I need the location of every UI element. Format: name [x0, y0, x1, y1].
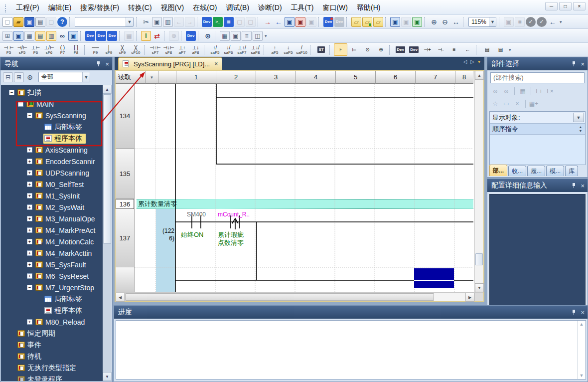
sidebar-item-事件[interactable]: 事件 [1, 339, 112, 351]
menu-item-10[interactable]: 窗口(W) [318, 2, 352, 14]
ladder-tool-x36-icon[interactable]: ⊣- [434, 43, 447, 56]
device-monitor-icon[interactable]: Dev [323, 17, 333, 27]
parameter-write-icon[interactable]: ▱ [351, 17, 361, 27]
menu-item-2[interactable]: 编辑(E) [44, 2, 76, 14]
ladder-tool-x38-icon[interactable]: ← [461, 43, 474, 56]
ladder-tool-x40-icon[interactable]: ▤ [480, 43, 494, 56]
menu-item-4[interactable]: 转换(C) [124, 2, 156, 14]
sidebar-item-程序本体[interactable]: 程序本体 [1, 133, 112, 144]
progress-scrollbar[interactable]: ▲ ▼ [577, 321, 586, 379]
sidebar-item-M80_Reload[interactable]: +M80_Reload [1, 316, 112, 328]
device-monitor-off-icon[interactable]: Dev [334, 17, 344, 27]
menu-gripper[interactable] [5, 4, 7, 12]
monitor-write-icon[interactable]: ▣ [412, 17, 422, 27]
parts-tab-1[interactable]: 部... [489, 165, 507, 176]
menu-item-5[interactable]: 视图(V) [156, 2, 189, 14]
ladder-tool-x41-icon[interactable]: ▤ [494, 43, 507, 56]
sidebar-item-AxisScanning[interactable]: +AxisScanning [1, 144, 112, 156]
ladder-tool-x31-icon[interactable]: ⊕ [374, 43, 388, 56]
copy-icon[interactable]: ▣ [152, 17, 162, 27]
display-profile-icon[interactable]: ◫ [253, 31, 263, 41]
scroll-right-icon[interactable]: ▶ [465, 293, 474, 302]
expand-icon[interactable]: + [27, 319, 32, 325]
unit-config-icon[interactable]: ▦ [24, 31, 34, 41]
instruction-type-row[interactable]: 顺序指令 ▲▼ [490, 124, 585, 135]
sidebar-item-M5_SysFault[interactable]: +M5_SysFault [1, 259, 112, 270]
editor-vertical-scrollbar[interactable]: ▲ ▼ [474, 71, 483, 292]
edit-cursor-cell[interactable] [414, 268, 454, 288]
collapse-icon[interactable]: − [18, 101, 23, 107]
ladder-tool-sF7-icon[interactable]: ⊣↑⊢sF7 [148, 43, 162, 56]
sidebar-item-无执行类型指定[interactable]: 无执行类型指定 [1, 362, 112, 374]
ladder-tool-F6-icon[interactable]: ⊥⊢F6 [29, 43, 42, 56]
sidebar-item-M0_SelfTest[interactable]: +M0_SelfTest [1, 179, 112, 190]
tree-expand-all-icon[interactable]: ⊟ [3, 72, 13, 82]
editor-horizontal-scrollbar[interactable]: ◀ ▶ [116, 292, 474, 301]
open-project-icon[interactable]: ▰ [13, 17, 23, 27]
project-data-combo[interactable]: ▼ [75, 17, 134, 27]
tab-sysscanning[interactable]: SysScanning [PRG] [LD]... × [118, 57, 222, 70]
display-window-icon[interactable]: ▣ [231, 31, 241, 41]
chevron-down-icon[interactable]: ▼ [82, 72, 90, 82]
ladder-tool-x33-icon[interactable]: Dev [394, 43, 407, 56]
module-config-icon[interactable]: ▦ [224, 17, 234, 27]
display-list-icon[interactable]: ≡ [242, 31, 252, 41]
toolbar-overflow-icon[interactable]: ▾ [265, 33, 267, 38]
device-list-icon[interactable]: Dev [96, 31, 106, 41]
sidebar-item-M4_MotionCalc[interactable]: +STM4_MotionCalc [1, 236, 112, 247]
ladder-tool-saF7-icon[interactable]: ⊥↑/saF7 [235, 43, 249, 56]
display-grid-icon[interactable]: ▦ [220, 31, 230, 41]
expand-icon[interactable]: + [27, 273, 32, 279]
device-label-mcount[interactable]: mCount_R.. [218, 211, 260, 218]
expand-icon[interactable]: + [27, 204, 32, 210]
parts-tab-5[interactable]: 库 [565, 166, 578, 176]
sidebar-item-M4_MarkPreAct[interactable]: +M4_MarkPreAct [1, 224, 112, 236]
sidebar-item-M6_SysReset[interactable]: +M6_SysReset [1, 270, 112, 282]
new-project-icon[interactable]: ▢ [2, 17, 12, 27]
program-check-icon[interactable]: ✓ [526, 17, 536, 27]
ladder-options-dropdown[interactable]: ▾ [146, 71, 158, 84]
scroll-up-icon[interactable]: ▲ [103, 85, 112, 94]
expand-icon[interactable]: + [27, 216, 32, 221]
sidebar-item-扫描[interactable]: −扫描 [1, 87, 112, 98]
zoom-out-icon[interactable]: ⊖ [440, 17, 450, 27]
expand-icon[interactable]: + [27, 227, 32, 233]
search-window-icon[interactable]: ▣ [68, 31, 78, 41]
sidebar-item-EncoderScannir[interactable]: +EncoderScannir [1, 156, 112, 167]
edit-mode-icon[interactable]: I [141, 31, 151, 41]
sidebar-item-MAIN[interactable]: −MAIN [1, 98, 112, 110]
scrollbar-thumb[interactable] [475, 253, 483, 265]
ladder-tool-sF8-icon[interactable]: ⊣↓⊢sF8 [162, 43, 175, 56]
scroll-down-icon[interactable]: ▼ [103, 372, 112, 381]
navigation-scrollbar[interactable]: ▲ ▼ [103, 85, 112, 381]
expand-icon[interactable]: + [27, 182, 32, 187]
parameter-verify-icon[interactable]: ▱ [362, 17, 372, 27]
sidebar-item-恒定周期[interactable]: 恒定周期 [1, 328, 112, 339]
ladder-tool-x29-icon[interactable]: ⊨ [347, 43, 361, 56]
chevron-down-icon[interactable]: ▼ [573, 113, 584, 122]
ladder-tool-F8-icon[interactable]: [ ]F8 [69, 43, 83, 56]
search-binoculars-icon[interactable]: ∞ [57, 31, 67, 41]
device-store-icon[interactable]: Dev [186, 31, 196, 41]
menu-item-1[interactable]: 工程(P) [11, 2, 44, 14]
sidebar-item-未登录程序[interactable]: 未登录程序 [1, 374, 112, 381]
ladder-tool-F5-icon[interactable]: ⊣ ⊢F5 [2, 43, 15, 56]
scrollbar-thumb[interactable] [103, 94, 111, 244]
ladder-tool-x28-icon[interactable]: ⊦ [334, 43, 347, 56]
device-batch-icon[interactable]: Dev [107, 31, 117, 41]
connection-setup-icon[interactable]: ▣ [13, 31, 23, 41]
sidebar-item-SysScanning[interactable]: −SysScanning [1, 110, 112, 121]
sidebar-item-待机[interactable]: 待机 [1, 351, 112, 362]
ladder-tool-aF7-icon[interactable]: ⊥↑aF7 [175, 43, 189, 56]
sidebar-item-M2_SysWait[interactable]: +M2_SysWait [1, 201, 112, 213]
scroll-up-icon[interactable]: ▲ [475, 71, 484, 80]
device-k-icon[interactable]: Dev [85, 31, 95, 41]
scroll-down-icon[interactable]: ▼ [580, 373, 584, 378]
watch-window-icon[interactable]: ▥ [46, 31, 56, 41]
program-check-2-icon[interactable]: ✓ [537, 17, 547, 27]
chevron-down-icon[interactable]: ▼ [489, 17, 496, 26]
ladder-tool-cF9-icon[interactable]: ╳cF9 [116, 43, 129, 56]
minimize-button[interactable]: ─ [545, 2, 558, 10]
collapse-icon[interactable]: − [27, 285, 32, 290]
monitor-search-icon[interactable]: ▣ [285, 17, 294, 27]
